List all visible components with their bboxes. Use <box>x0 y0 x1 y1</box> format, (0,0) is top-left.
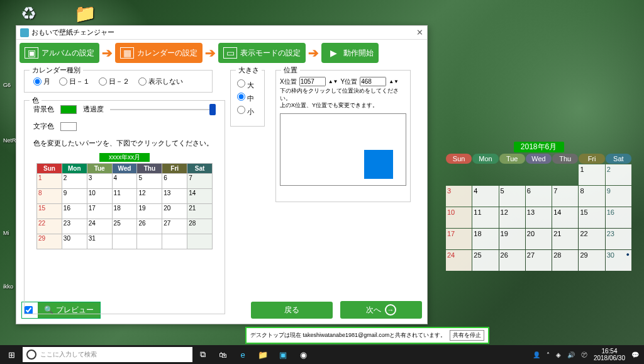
desktop-calendar-cell <box>472 164 498 185</box>
desktop-calendar-widget: 2018年6月 Sun Mon Tue Wed Thu Fri Sat 1234… <box>446 142 631 271</box>
titlebar[interactable]: おもいで壁紙チェンジャー ✕ <box>16 26 427 40</box>
desktop-calendar-cell: 20 <box>526 229 552 249</box>
next-button[interactable]: 次へ→ <box>340 301 422 319</box>
step-calendar[interactable]: ▦カレンダーの設定 <box>115 43 203 63</box>
task-view-icon[interactable]: ⧉ <box>192 350 213 360</box>
back-button[interactable]: 戻る <box>251 302 333 319</box>
desktop-calendar-cell: 23 <box>606 229 631 249</box>
radio-size-large[interactable]: 大 <box>237 79 258 90</box>
arrow-right-icon: → <box>385 304 396 316</box>
mini-calendar[interactable]: Sun Mon Tue Wed Thu Fri Sat 1234567 8910… <box>36 163 213 249</box>
radio-size-small[interactable]: 小 <box>237 106 258 117</box>
taskbar: ⊞ ここに入力して検索 ⧉ 🛍 e 📁 ▣ ◉ 👤 ˄ ◈ 🔊 ㋐ 16:54 … <box>0 345 644 364</box>
radio-type-day2[interactable]: 日－２ <box>99 77 130 86</box>
wizard-steps: ▣アルバムの設定 ➔ ▦カレンダーの設定 ➔ ▭表示モードの設定 ➔ ▶動作開始 <box>16 40 427 66</box>
desktop-calendar-cell: 1 <box>579 164 604 185</box>
desktop-calendar-cell: 5 <box>499 186 525 207</box>
desktop-icon-recycle-bin[interactable]: ♻ <box>16 3 41 24</box>
volume-icon[interactable]: 🔊 <box>567 351 575 358</box>
mini-th-sun[interactable]: Sun <box>37 164 62 174</box>
desktop-calendar-cell: 2 <box>606 164 631 185</box>
fieldset-legend: 大きさ <box>236 65 262 75</box>
slider-thumb[interactable] <box>209 104 216 115</box>
desktop-calendar-cell: 14 <box>552 207 578 228</box>
desktop-icon-folder[interactable]: 📁 <box>72 3 97 24</box>
app-icon <box>20 28 29 37</box>
close-icon[interactable]: ✕ <box>416 28 423 37</box>
bg-color-label: 背景色 <box>33 105 54 114</box>
play-icon: ▶ <box>326 47 340 59</box>
folder-icon: 📁 <box>72 3 97 24</box>
desktop-calendar-cell: 28 <box>552 250 578 271</box>
fieldset-legend: 位置 <box>281 65 300 75</box>
photo-icon: ▣ <box>25 47 38 59</box>
system-tray: 👤 ˄ ◈ 🔊 ㋐ 16:54 2018/06/30 💬 <box>533 348 644 361</box>
color-note: 色を変更したいパーツを、下図でクリックしてください。 <box>25 135 225 152</box>
notification-icon[interactable]: 💬 <box>631 351 639 358</box>
desktop-calendar-cell <box>499 164 525 185</box>
stop-share-button[interactable]: 共有を停止 <box>450 330 484 341</box>
chevron-right-icon: ➔ <box>204 45 217 60</box>
fieldset-size: 大きさ 大 中 小 <box>230 70 265 127</box>
desktop-calendar-cell: 29 <box>579 250 604 271</box>
fieldset-legend: 色 <box>30 96 42 105</box>
desktop-calendar-cell: 13 <box>526 207 552 228</box>
step-start[interactable]: ▶動作開始 <box>321 43 379 63</box>
edge-icon[interactable]: e <box>233 350 253 360</box>
desktop-calendar-cell: 7 <box>552 186 578 207</box>
y-position-input[interactable] <box>360 77 386 86</box>
window-title: おもいで壁紙チェンジャー <box>31 28 114 37</box>
monitor-icon: ▭ <box>223 47 237 59</box>
position-note-2: 上のX位置、Y位置でも変更できます。 <box>276 102 410 110</box>
app-taskbar-icon[interactable]: ▣ <box>273 350 293 360</box>
start-button[interactable]: ⊞ <box>0 350 23 360</box>
chevron-right-icon: ➔ <box>101 45 114 60</box>
language-icon[interactable]: ㋐ <box>581 350 587 359</box>
desktop-calendar-cell: 25 <box>472 250 498 271</box>
desktop-calendar-cell: 16 <box>606 207 631 228</box>
desktop-calendar-cell: 21 <box>552 229 578 249</box>
store-icon[interactable]: 🛍 <box>213 350 233 360</box>
taskbar-search[interactable]: ここに入力して検索 <box>23 347 192 362</box>
explorer-icon[interactable]: 📁 <box>253 350 273 360</box>
bg-color-swatch[interactable] <box>60 105 77 114</box>
desktop-calendar-grid: 1234567891011121314151617181920212223242… <box>446 164 631 271</box>
chrome-icon[interactable]: ◉ <box>293 350 313 360</box>
wifi-icon[interactable]: ◈ <box>556 351 561 358</box>
position-picker[interactable] <box>280 113 406 186</box>
desktop-calendar-cell: 22 <box>579 229 604 249</box>
radio-type-none[interactable]: 表示しない <box>138 77 183 86</box>
radio-type-day1[interactable]: 日－１ <box>59 77 90 86</box>
desktop-calendar-cell: 8 <box>579 186 604 207</box>
opacity-label: 透過度 <box>83 105 104 114</box>
x-position-input[interactable] <box>299 77 326 86</box>
opacity-slider[interactable] <box>110 109 216 110</box>
calendar-icon: ▦ <box>120 47 134 59</box>
desktop-calendar-cell: 15 <box>579 207 604 228</box>
desktop-calendar-cell: 4 <box>472 186 498 207</box>
radio-type-month[interactable]: 月 <box>33 77 50 86</box>
desktop-label: ikko <box>3 283 13 290</box>
desktop-calendar-cell <box>446 164 472 185</box>
mini-th-sat[interactable]: Sat <box>187 164 213 174</box>
desktop-label: NetR <box>3 137 16 144</box>
desktop-calendar-cell: 17 <box>446 229 472 249</box>
desktop-calendar-cell <box>552 164 578 185</box>
tray-chevron-icon[interactable]: ˄ <box>547 351 550 358</box>
desktop-calendar-cell: 12 <box>499 207 525 228</box>
radio-size-medium[interactable]: 中 <box>237 93 258 103</box>
step-display[interactable]: ▭表示モードの設定 <box>218 43 306 63</box>
desktop-label: G6 <box>3 82 11 88</box>
people-icon[interactable]: 👤 <box>533 351 540 358</box>
share-text: デスクトップは現在 takeshiwatanabe1981@gmail.comと… <box>250 331 446 339</box>
desktop-calendar-cell <box>526 164 552 185</box>
step-album[interactable]: ▣アルバムの設定 <box>19 43 99 63</box>
recycle-bin-icon: ♻ <box>16 3 41 24</box>
position-marker[interactable] <box>364 150 393 179</box>
fg-color-swatch[interactable] <box>60 122 77 131</box>
cortana-icon <box>26 350 36 360</box>
mini-calendar-title[interactable]: xxxx年xx月 <box>99 153 150 162</box>
taskbar-clock[interactable]: 16:54 2018/06/30 <box>594 348 625 361</box>
desktop-label: Mi <box>3 230 9 236</box>
app-window: おもいで壁紙チェンジャー ✕ ▣アルバムの設定 ➔ ▦カレンダーの設定 ➔ ▭表… <box>16 25 428 324</box>
